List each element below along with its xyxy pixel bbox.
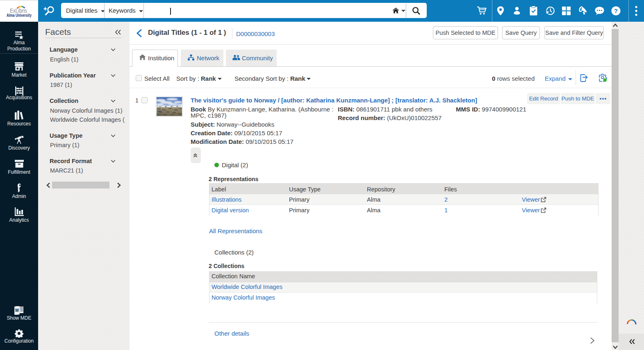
svg-text:M: M (15, 308, 18, 313)
svg-text:Alma University: Alma University (7, 13, 32, 18)
svg-text:?: ? (614, 8, 618, 14)
